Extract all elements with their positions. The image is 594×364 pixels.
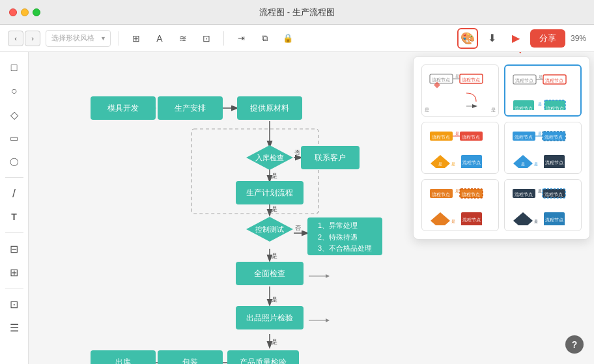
svg-text:是: 是 bbox=[272, 253, 277, 259]
node-全面检查[interactable]: 全面检查 bbox=[236, 262, 304, 285]
node-出品照片检验[interactable]: 出品照片检验 bbox=[236, 306, 304, 329]
shape-style-select[interactable]: 选择形状风格 ▼ bbox=[46, 30, 111, 47]
svg-text:是: 是 bbox=[455, 132, 459, 135]
svg-text:流程节点: 流程节点 bbox=[462, 217, 481, 223]
svg-text:是: 是 bbox=[451, 162, 455, 166]
ellipse-tool[interactable]: ◯ bbox=[4, 151, 25, 172]
svg-text:是: 是 bbox=[539, 75, 543, 79]
svg-text:是: 是 bbox=[538, 132, 542, 135]
lock-icon[interactable]: 🔒 bbox=[279, 29, 297, 48]
svg-text:是: 是 bbox=[272, 296, 277, 303]
play-button[interactable]: ▶ bbox=[507, 29, 525, 48]
tool-separator bbox=[5, 177, 23, 178]
main-area: □ ○ ◇ ▭ ◯ / T ⊟ ⊞ ⊡ ☰ bbox=[0, 52, 594, 364]
style-item-2[interactable]: 流程节点 流程节点 是 流程节点 流程节点 是 bbox=[504, 64, 582, 117]
svg-text:流程节点: 流程节点 bbox=[545, 160, 563, 165]
circle-tool[interactable]: ○ bbox=[4, 81, 25, 102]
table-icon[interactable]: ⊞ bbox=[127, 29, 145, 48]
svg-text:流程节点: 流程节点 bbox=[432, 192, 450, 197]
share-button[interactable]: 分享 bbox=[530, 29, 565, 48]
svg-text:是: 是 bbox=[521, 162, 525, 166]
svg-text:是: 是 bbox=[438, 162, 442, 166]
diamond-tool[interactable]: ◇ bbox=[4, 104, 25, 125]
svg-text:是: 是 bbox=[272, 173, 277, 179]
divider-1 bbox=[119, 31, 119, 46]
image-icon[interactable]: ⊡ bbox=[197, 29, 216, 48]
svg-text:流程节点: 流程节点 bbox=[462, 135, 480, 140]
svg-text:是: 是 bbox=[534, 219, 538, 223]
close-button[interactable] bbox=[9, 8, 17, 16]
divider-2 bbox=[223, 31, 224, 46]
back-button[interactable]: ‹ bbox=[8, 31, 23, 46]
list-tool[interactable]: ☰ bbox=[4, 317, 25, 338]
svg-text:是: 是 bbox=[534, 162, 538, 166]
style-item-1[interactable]: 流程节点 流程节点 是 是 是 bbox=[421, 64, 499, 117]
style-item-6[interactable]: 流程节点 流程节点 是 流程节点 是 bbox=[504, 179, 582, 231]
node-联系客户[interactable]: 联系客户 bbox=[301, 146, 360, 169]
toolbar: ‹ › 选择形状风格 ▼ ⊞ A ≋ ⊡ ⇥ ⧉ 🔒 🎨 ⬇ ▶ 分享 39% bbox=[0, 25, 594, 52]
style-item-3[interactable]: 流程节点 流程节点 是 是 流程节点 是 bbox=[421, 122, 499, 174]
traffic-lights bbox=[9, 8, 40, 16]
tool-separator-2 bbox=[5, 232, 23, 233]
svg-text:流程节点: 流程节点 bbox=[545, 217, 563, 223]
svg-text:控制测试: 控制测试 bbox=[255, 225, 284, 233]
line-tool[interactable]: / bbox=[4, 183, 25, 204]
node-产品质量检验[interactable]: 产品质量检验 bbox=[227, 350, 299, 364]
help-button[interactable]: ? bbox=[565, 335, 584, 354]
svg-text:是: 是 bbox=[272, 339, 277, 345]
svg-text:流程节点: 流程节点 bbox=[515, 106, 533, 110]
panel-arrow: ↓ bbox=[516, 52, 524, 57]
layers-icon[interactable]: ⧉ bbox=[255, 29, 274, 48]
text-icon[interactable]: A bbox=[150, 29, 169, 48]
rounded-rect-tool[interactable]: ▭ bbox=[4, 128, 25, 148]
rect-tool[interactable]: □ bbox=[4, 57, 25, 78]
db-tool[interactable]: ⊟ bbox=[4, 238, 25, 259]
minimize-button[interactable] bbox=[21, 8, 29, 16]
svg-text:流程节点: 流程节点 bbox=[515, 192, 533, 197]
svg-text:流程节点: 流程节点 bbox=[515, 78, 533, 83]
download-button[interactable]: ⬇ bbox=[483, 29, 502, 48]
titlebar: 流程图 - 生产流程图 bbox=[0, 0, 594, 25]
svg-marker-60 bbox=[513, 155, 533, 168]
node-异常处理[interactable]: 1、异常处理 2、特殊待遇 3、不合格品处理 bbox=[307, 217, 382, 255]
svg-text:入库检查: 入库检查 bbox=[255, 154, 284, 161]
svg-text:流程节点: 流程节点 bbox=[515, 135, 533, 140]
tool-separator-3 bbox=[5, 288, 23, 288]
style-item-5[interactable]: 流程节点 流程节点 是 流程节点 是 bbox=[421, 179, 499, 231]
text-tool[interactable]: T bbox=[4, 206, 25, 227]
svg-text:是: 是 bbox=[538, 102, 542, 106]
svg-text:是: 是 bbox=[455, 74, 459, 78]
node-控制测试[interactable]: 控制测试 bbox=[246, 216, 294, 242]
svg-text:是: 是 bbox=[538, 189, 542, 193]
svg-text:流程节点: 流程节点 bbox=[546, 106, 564, 110]
window-title: 流程图 - 生产流程图 bbox=[259, 7, 335, 18]
svg-text:流程节点: 流程节点 bbox=[462, 192, 480, 197]
node-模具开发[interactable]: 模具开发 bbox=[91, 96, 156, 120]
table-tool[interactable]: ⊞ bbox=[4, 262, 25, 283]
svg-text:流程节点: 流程节点 bbox=[432, 77, 450, 83]
canvas[interactable]: 否 是 是 否 是 是 是 bbox=[29, 52, 594, 364]
theme-button[interactable]: 🎨 bbox=[457, 28, 478, 49]
svg-marker-49 bbox=[431, 155, 450, 168]
svg-text:是: 是 bbox=[272, 206, 277, 212]
left-toolbar: □ ○ ◇ ▭ ◯ / T ⊟ ⊞ ⊡ ☰ bbox=[0, 52, 29, 364]
node-生产计划流程[interactable]: 生产计划流程 bbox=[236, 181, 304, 204]
node-包装[interactable]: 包装 bbox=[158, 350, 223, 364]
svg-marker-79 bbox=[513, 212, 533, 225]
node-出库[interactable]: 出库 bbox=[91, 350, 156, 364]
svg-text:否: 否 bbox=[295, 225, 301, 231]
maximize-button[interactable] bbox=[33, 8, 40, 16]
zoom-label: 39% bbox=[571, 34, 586, 43]
node-生产安排[interactable]: 生产安排 bbox=[158, 96, 223, 120]
lines-icon[interactable]: ≋ bbox=[174, 29, 192, 48]
node-提供原材料[interactable]: 提供原材料 bbox=[237, 96, 302, 120]
node-入库检查[interactable]: 入库检查 bbox=[246, 145, 294, 171]
svg-text:流程节点: 流程节点 bbox=[544, 135, 563, 140]
forward-button[interactable]: › bbox=[25, 31, 40, 46]
svg-text:流程节点: 流程节点 bbox=[462, 77, 480, 83]
style-panel: ↓ 流程节点 流程节点 是 bbox=[413, 56, 590, 240]
svg-text:是: 是 bbox=[455, 189, 459, 193]
image-tool[interactable]: ⊡ bbox=[4, 294, 25, 315]
style-item-4[interactable]: 流程节点 流程节点 是 是 流程节点 是 bbox=[504, 122, 582, 174]
anchor-icon[interactable]: ⇥ bbox=[232, 29, 250, 48]
